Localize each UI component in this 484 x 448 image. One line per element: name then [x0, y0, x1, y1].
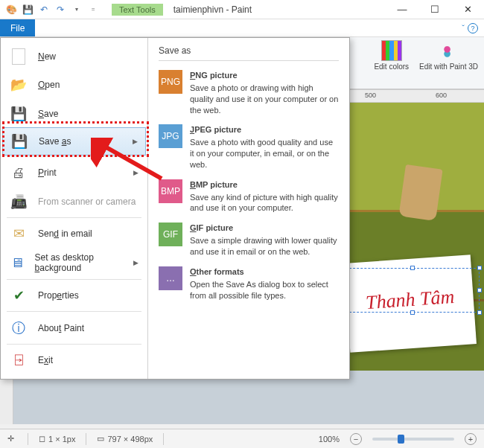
- selection-size: ◻ 1 × 1px: [39, 434, 75, 444]
- png-icon: PNG: [159, 70, 182, 94]
- submenu-arrow-icon: ▶: [133, 259, 138, 266]
- gif-icon: GIF: [159, 223, 182, 246]
- file-menu-left: NNewew 📂 OpenOpen 💾 SaveSave 💾 Save asSa…: [1, 38, 148, 379]
- save-as-bmp[interactable]: BMP BMP pictureSave any kind of picture …: [159, 175, 339, 219]
- minimize-button[interactable]: [386, 0, 418, 19]
- paint3d-button[interactable]: Edit with Paint 3D: [419, 40, 478, 86]
- text-tools-tab[interactable]: Text Tools: [112, 4, 163, 16]
- save-as-other[interactable]: … Other formatsOpen the Save As dialog b…: [159, 262, 339, 306]
- new-icon: [12, 48, 25, 65]
- other-desc: Open the Save As dialog box to select fr…: [190, 280, 328, 300]
- palette-icon: [381, 40, 402, 61]
- save-as-panel: Save as PNG PNG pictureSave a photo or d…: [148, 38, 349, 379]
- about-icon: ⓘ: [10, 319, 28, 337]
- collapse-icon[interactable]: ˇ: [462, 24, 465, 33]
- save-as-jpeg[interactable]: JPG JPEG pictureSave a photo with good q…: [159, 120, 339, 174]
- edit-colors-label: Edit colors: [374, 63, 409, 71]
- zoom-thumb[interactable]: [398, 435, 404, 444]
- menu-exit[interactable]: ⍈ ExitExit: [1, 346, 147, 374]
- window-title: taimienphivn - Paint: [173, 4, 252, 15]
- scanner-icon: 📠: [10, 193, 28, 211]
- help-icon[interactable]: ?: [468, 23, 478, 33]
- scanner-label: From scanner or camera: [38, 196, 136, 207]
- text-selection-box[interactable]: [346, 268, 480, 313]
- save-as-png[interactable]: PNG PNG pictureSave a photo or drawing w…: [159, 65, 339, 120]
- menu-save-as[interactable]: 💾 Save asSave as ▶: [2, 127, 146, 156]
- email-icon: ✉: [10, 225, 28, 243]
- bmp-desc: Save any kind of picture with high quali…: [190, 193, 338, 213]
- ribbon-content: Edit colors Edit with Paint 3D: [350, 37, 484, 89]
- title-bar: 🎨 💾 ↶ ↷ ▾ = Text Tools taimienphivn - Pa…: [0, 0, 484, 19]
- edit-colors-button[interactable]: Edit colors: [374, 40, 409, 86]
- maximize-button[interactable]: [418, 0, 451, 19]
- menu-print[interactable]: 🖨 PrintPrint ▶: [1, 159, 147, 187]
- bmp-icon: BMP: [159, 179, 182, 203]
- undo-icon[interactable]: ↶: [37, 3, 51, 16]
- paint3d-label: Edit with Paint 3D: [419, 63, 478, 71]
- save-as-gif[interactable]: GIF GIF pictureSave a simple drawing wit…: [159, 218, 339, 262]
- menu-about[interactable]: ⓘ About PaintAbout Paint: [1, 313, 147, 342]
- status-bar: ✛ ◻ 1 × 1px ▭ 797 × 498px 100% − +: [0, 429, 484, 448]
- submenu-arrow-icon: ▶: [133, 169, 138, 176]
- paste-icon[interactable]: 🎨: [4, 3, 18, 16]
- other-formats-icon: …: [159, 266, 182, 290]
- zoom-slider[interactable]: [372, 438, 454, 441]
- ribbon-help[interactable]: ˇ ?: [462, 23, 484, 33]
- close-button[interactable]: [451, 0, 484, 19]
- jpeg-desc: Save a photo with good quality and use i…: [190, 138, 333, 169]
- png-desc: Save a photo or drawing with high qualit…: [190, 83, 338, 115]
- menu-set-desktop[interactable]: 🖥 Set as desktop backgroundSet as deskto…: [1, 248, 147, 278]
- menu-save[interactable]: 💾 SaveSave: [1, 100, 147, 128]
- menu-open[interactable]: 📂 OpenOpen: [1, 71, 147, 99]
- qat-dropdown-icon[interactable]: ▾: [70, 3, 83, 16]
- redo-icon[interactable]: ↷: [54, 3, 67, 16]
- ruler-tick: 600: [436, 92, 447, 99]
- properties-icon: ✔: [10, 287, 28, 304]
- paint3d-icon: [443, 40, 455, 61]
- gif-desc: Save a simple drawing with lower quality…: [190, 236, 337, 256]
- save-icon[interactable]: 💾: [21, 3, 34, 16]
- file-tab[interactable]: File: [0, 19, 35, 36]
- qat-sep: =: [86, 3, 100, 16]
- clothespin-graphic: [398, 164, 442, 221]
- menu-new[interactable]: NNewew: [1, 42, 147, 71]
- jpeg-icon: JPG: [159, 124, 182, 148]
- ruler-tick: 500: [365, 92, 376, 99]
- menu-from-scanner: 📠 From scanner or camera: [1, 188, 147, 216]
- canvas-size: ▭ 797 × 498px: [97, 434, 153, 444]
- menu-properties[interactable]: ✔ PropertiesProperties: [1, 281, 147, 310]
- zoom-out-button[interactable]: −: [350, 433, 362, 445]
- zoom-level: 100%: [319, 435, 340, 444]
- submenu-arrow-icon: ▶: [133, 138, 138, 145]
- zoom-in-button[interactable]: +: [465, 433, 477, 445]
- print-icon: 🖨: [10, 164, 28, 182]
- quick-access-toolbar: 🎨 💾 ↶ ↷ ▾ =: [0, 3, 104, 16]
- exit-icon: ⍈: [10, 351, 28, 369]
- open-icon: 📂: [10, 76, 28, 94]
- window-buttons: [386, 0, 484, 19]
- cursor-position: ✛: [7, 434, 17, 444]
- file-menu: NNewew 📂 OpenOpen 💾 SaveSave 💾 Save asSa…: [0, 37, 350, 380]
- ribbon-tabs: File ˇ ?: [0, 19, 484, 37]
- menu-send-email[interactable]: ✉ Send in emailSend in email: [1, 220, 147, 248]
- save-as-title: Save as: [159, 45, 339, 61]
- save-icon: 💾: [10, 105, 28, 123]
- save-as-icon: 💾: [10, 132, 28, 150]
- desktop-icon: 🖥: [10, 254, 25, 272]
